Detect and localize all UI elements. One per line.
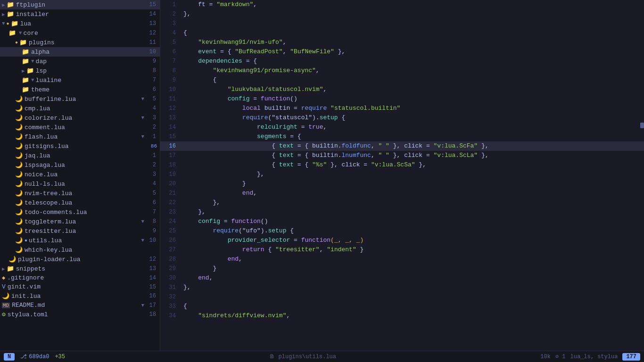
sidebar-item-toggleterm[interactable]: 🌙 toggleterm.lua ▼ 8	[0, 217, 160, 226]
line-number: 4	[146, 181, 160, 187]
sidebar-item-label: lua	[20, 20, 146, 27]
sidebar-item-lualine[interactable]: 📁 ▼ lualine 7	[0, 75, 160, 85]
line-content-2: },	[182, 9, 644, 19]
sidebar-item-label: noice.lua	[25, 171, 146, 178]
git-changes: +35	[55, 354, 65, 360]
line-content-18: { text = { "%s" }, click = "v:lua.ScSa" …	[182, 160, 644, 170]
chevron-icon: ▶	[2, 2, 5, 8]
line-num-15: 15	[160, 132, 182, 141]
error-info: ⊘ 1	[555, 353, 566, 360]
code-line-4: 4 {	[160, 28, 644, 38]
sidebar-item-init[interactable]: 🌙 init.lua 16	[0, 291, 160, 301]
code-line-34: 34 "sindrets/diffview.nvim",	[160, 311, 644, 321]
code-line-32: 32	[160, 292, 644, 302]
sidebar-item-core[interactable]: 📁 ▼ core 12	[0, 28, 160, 38]
line-num-31: 31	[160, 283, 182, 292]
line-content-28: end,	[182, 255, 644, 264]
sidebar-item-todo-comments[interactable]: 🌙 todo-comments.lua 7	[0, 207, 160, 217]
sidebar-item-jaq[interactable]: 🌙 jaq.lua 1	[0, 151, 160, 160]
line-num-18: 18	[160, 160, 182, 170]
code-line-19: 19 },	[160, 170, 644, 179]
code-line-31: 31 },	[160, 283, 644, 292]
sidebar-item-utils[interactable]: 🌙 ● utils.lua ▼ 10	[0, 236, 160, 245]
code-line-14: 14 relculright = true,	[160, 123, 644, 132]
sidebar-item-snippets[interactable]: ▶ 📁 snippets 13	[0, 264, 160, 273]
sidebar-item-colorizer[interactable]: 🌙 colorizer.lua ▼ 3	[0, 113, 160, 123]
line-number: 12	[146, 256, 160, 263]
sidebar-item-telescope[interactable]: 🌙 telescope.lua 6	[0, 198, 160, 207]
code-line-22: 22 },	[160, 198, 644, 207]
modified-dot: ●	[7, 21, 9, 26]
editor-area: 1 ft = "markdown", 2 }, 3 4 { 5 "ke	[160, 0, 644, 351]
line-content-13: require("statuscol").setup {	[182, 113, 644, 123]
sidebar-item-treesitter[interactable]: 🌙 treesitter.lua 9	[0, 226, 160, 236]
line-number: 15	[146, 284, 160, 290]
line-number: 11	[146, 39, 160, 46]
chevron-icon: ▼	[19, 30, 22, 36]
folder-icon: 📁	[7, 1, 14, 8]
sidebar-item-theme[interactable]: 📁 theme 6	[0, 85, 160, 94]
sidebar-item-label: snippets	[16, 265, 146, 272]
vim-mode-badge: N	[4, 353, 15, 361]
sidebar-item-ftplugin[interactable]: ▶ 📁 ftplugin 15	[0, 0, 160, 9]
sidebar-item-gitignore[interactable]: ◆ .gitignore 14	[0, 273, 160, 282]
sidebar-item-bufferline[interactable]: 🌙 bufferline.lua ▼ 5	[0, 94, 160, 104]
line-num-26: 26	[160, 236, 182, 245]
sidebar-item-plugin-loader[interactable]: 🌙 plugin-loader.lua 12	[0, 255, 160, 264]
lua-icon: 🌙	[15, 227, 23, 235]
sidebar-item-plugins[interactable]: ● 📁 plugins 11	[0, 38, 160, 47]
sidebar-item-installer[interactable]: ▶ 📁 installer 14	[0, 9, 160, 19]
lua-icon: 🌙	[15, 246, 23, 254]
sidebar-item-label: comment.lua	[25, 124, 146, 131]
code-line-28: 28 end,	[160, 255, 644, 264]
sidebar-item-comment[interactable]: 🌙 comment.lua 2	[0, 123, 160, 132]
sidebar-item-noice[interactable]: 🌙 noice.lua 3	[0, 170, 160, 179]
sidebar-item-label: plugins	[29, 39, 146, 46]
sidebar-item-dap[interactable]: 📁 ▼ dap 9	[0, 57, 160, 66]
sidebar-item-stylua[interactable]: ⚙ stylua.toml 18	[0, 310, 160, 319]
line-number: 16	[146, 293, 160, 299]
sidebar-item-cmp[interactable]: 🌙 cmp.lua 4	[0, 104, 160, 113]
sidebar-item-label: ftplugin	[16, 1, 146, 8]
line-content-33: {	[182, 302, 644, 311]
line-num-14: 14	[160, 123, 182, 132]
line-num-12: 12	[160, 104, 182, 113]
sidebar-item-which-key[interactable]: 🌙 which-key.lua	[0, 245, 160, 255]
line-num-19: 19	[160, 170, 182, 179]
line-content-14: relculright = true,	[182, 123, 644, 132]
sidebar-item-ginit[interactable]: V ginit.vim 15	[0, 282, 160, 291]
sidebar-item-lspsaga[interactable]: 🌙 lspsaga.lua 2	[0, 160, 160, 170]
line-num-32: 32	[160, 292, 182, 302]
sidebar-item-null-ls[interactable]: 🌙 null-ls.lua 4	[0, 179, 160, 189]
line-num-21: 21	[160, 189, 182, 198]
line-number: 14	[146, 11, 160, 17]
code-line-6: 6 event = { "BufReadPost", "BufNewFile" …	[160, 47, 644, 57]
line-content-22: },	[182, 198, 644, 207]
line-number: 9	[146, 58, 160, 65]
sidebar-item-label: init.lua	[11, 293, 146, 300]
line-content-15: segments = {	[182, 132, 644, 141]
chevron-icon: ▼	[141, 303, 144, 308]
sidebar-item-lsp[interactable]: ▶ 📁 lsp 8	[0, 66, 160, 75]
line-content-29: }	[182, 264, 644, 273]
file-tree-sidebar[interactable]: ▶ 📁 ftplugin 15 ▶ 📁 installer 14 ▼ ● 📁 l…	[0, 0, 160, 351]
lsp-info: lua_ls, stylua	[570, 354, 618, 360]
line-number: 4	[146, 105, 160, 112]
sidebar-item-gitsigns[interactable]: 🌙 gitsigns.lua 86	[0, 141, 160, 151]
code-line-25: 25 require("ufo").setup {	[160, 226, 644, 236]
code-view[interactable]: 1 ft = "markdown", 2 }, 3 4 { 5 "ke	[160, 0, 644, 351]
chevron-icon: ▼	[141, 219, 144, 224]
line-number: 2	[146, 162, 160, 168]
lua-icon: 🌙	[15, 95, 23, 103]
sidebar-item-alpha[interactable]: 📁 alpha 10	[0, 47, 160, 57]
sidebar-item-flash[interactable]: 🌙 flash.lua ▼ 1	[0, 132, 160, 141]
sidebar-item-nvim-tree[interactable]: 🌙 nvim-tree.lua 5	[0, 189, 160, 198]
lua-icon: 🌙	[15, 114, 23, 122]
line-num-13: 13	[160, 113, 182, 123]
sidebar-item-readme[interactable]: MD README.md ▼ 17	[0, 301, 160, 310]
sidebar-item-lua[interactable]: ▼ ● 📁 lua 13	[0, 19, 160, 28]
code-line-11: 11 config = function()	[160, 94, 644, 104]
code-line-8: 8 "kevinhwang91/promise-async",	[160, 66, 644, 75]
sidebar-item-label: gitsigns.lua	[25, 143, 146, 150]
code-line-13: 13 require("statuscol").setup {	[160, 113, 644, 123]
